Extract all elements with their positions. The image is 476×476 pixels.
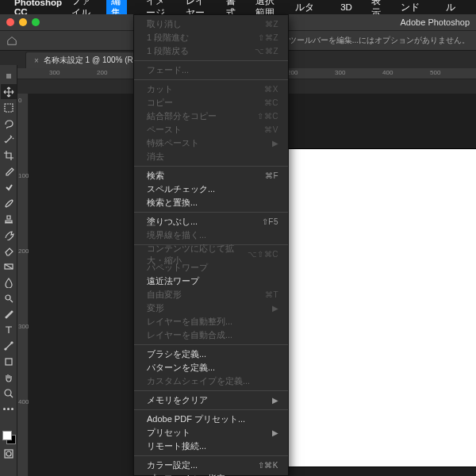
menu-separator [134, 455, 288, 456]
menu-item-label: レイヤーを自動合成... [147, 329, 232, 341]
menu-item-カラー設定[interactable]: カラー設定...⇧⌘K [134, 459, 288, 472]
menu-item-label: スペルチェック... [147, 183, 215, 195]
menu-item-label: 境界線を描く... [147, 229, 206, 241]
menu-item-検索[interactable]: 検索⌘F [134, 169, 288, 182]
tools-panel [0, 65, 17, 476]
menu-item-カット: カット⌘X [134, 83, 288, 96]
artboard[interactable] [274, 149, 476, 466]
menu-item-スペルチェック[interactable]: スペルチェック... [134, 182, 288, 196]
tool-hand[interactable] [1, 370, 17, 385]
submenu-arrow-icon: ▶ [272, 139, 279, 148]
menu-item-遠近法ワープ[interactable]: 遠近法ワープ [134, 274, 288, 288]
tool-marquee[interactable] [1, 100, 17, 115]
menu-item-特殊ペースト: 特殊ペースト▶ [134, 136, 288, 150]
menu-item-プリセット[interactable]: プリセット▶ [134, 426, 288, 440]
menu-shortcut: ⇧⌘C [257, 112, 278, 121]
menu-item-label: ペースト [147, 124, 182, 136]
menu-item-label: プリセット [147, 427, 190, 439]
menu-item-ペースト: ペースト⌘V [134, 123, 288, 136]
menu-item-label: カスタムシェイプを定義... [147, 375, 250, 387]
menu-shortcut: ⌘T [265, 290, 278, 299]
zoom-window-button[interactable] [32, 18, 40, 26]
tool-rect[interactable] [1, 354, 17, 369]
submenu-arrow-icon: ▶ [272, 304, 279, 313]
menu-item-変形: 変形▶ [134, 301, 288, 315]
quickmask-icon[interactable] [1, 446, 17, 461]
menu-item-label: 変形 [147, 302, 164, 314]
tool-stamp[interactable] [1, 211, 17, 226]
menu-item-label: 自由変形 [147, 289, 182, 301]
menu-item-検索と置換[interactable]: 検索と置換... [134, 196, 288, 209]
menu-item-label: メモリをクリア [147, 394, 208, 406]
tool-pen[interactable] [1, 306, 17, 321]
tool-zoom[interactable] [1, 386, 17, 401]
menu-item-label: 検索と置換... [147, 197, 198, 209]
tool-more[interactable] [1, 401, 17, 416]
menu-item-塗りつぶし[interactable]: 塗りつぶし...⇧F5 [134, 215, 288, 228]
tool-lasso[interactable] [1, 116, 17, 131]
menu-shortcut: ⌥⇧⌘C [248, 250, 278, 259]
svg-point-8 [6, 451, 11, 456]
menu-item-label: 1 段階戻る [147, 45, 189, 57]
color-swatches[interactable] [1, 429, 17, 445]
menu-item-プロファイルの指定[interactable]: プロファイルの指定... [134, 472, 288, 476]
svg-point-6 [5, 390, 11, 396]
tool-eraser[interactable] [1, 243, 17, 258]
svg-rect-5 [6, 359, 12, 365]
tool-history[interactable] [1, 227, 17, 242]
menu-separator [134, 166, 288, 167]
menu-3D[interactable]: 3D [340, 2, 352, 12]
menu-item-label: 塗りつぶし... [147, 216, 198, 228]
tool-brush[interactable] [1, 195, 17, 210]
menu-item-フェード: フェード... [134, 63, 288, 77]
menu-item-label: リモート接続... [147, 440, 206, 452]
menu-item-label: ブラシを定義... [147, 348, 206, 360]
window-title: Adobe Photoshop [401, 17, 470, 27]
options-message: ツールバーを編集...にはオプションがありません。 [289, 35, 470, 46]
menu-item-label: フェード... [147, 64, 189, 76]
close-window-button[interactable] [6, 18, 14, 26]
tool-type[interactable] [1, 322, 17, 337]
home-icon[interactable] [6, 35, 17, 46]
minimize-window-button[interactable] [19, 18, 27, 26]
tool-wand[interactable] [1, 132, 17, 147]
menu-item-ブラシを定義[interactable]: ブラシを定義... [134, 347, 288, 361]
menu-item-label: 1 段階進む [147, 32, 189, 44]
menu-item-label: 消去 [147, 151, 164, 163]
svg-rect-0 [5, 104, 13, 112]
tools-grab-handle[interactable] [1, 68, 17, 83]
menu-item-label: 検索 [147, 170, 164, 182]
tool-blur[interactable] [1, 274, 17, 290]
menu-separator [134, 60, 288, 61]
menu-item-メモリをクリア[interactable]: メモリをクリア▶ [134, 393, 288, 407]
menu-item-結合部分をコピー: 結合部分をコピー⇧⌘C [134, 109, 288, 123]
menu-separator [134, 409, 288, 410]
menu-item-パターンを定義[interactable]: パターンを定義... [134, 361, 288, 374]
mac-menubar: Photoshop CC ファイル編集イメージレイヤー書式選択範囲フィルター3D… [0, 0, 476, 14]
menu-item-label: カラー設定... [147, 459, 198, 471]
menu-item-レイヤーを自動整列: レイヤーを自動整列... [134, 315, 288, 328]
menu-item-label: 特殊ペースト [147, 137, 199, 149]
menu-separator [134, 212, 288, 213]
close-tab-icon[interactable]: × [34, 56, 39, 65]
menu-item-レイヤーを自動合成: レイヤーを自動合成... [134, 328, 288, 342]
menu-shortcut: ⌘X [264, 85, 278, 94]
tool-dodge[interactable] [1, 290, 17, 305]
menu-shortcut: ⌘V [264, 125, 278, 134]
tool-move[interactable] [1, 84, 17, 99]
tool-heal[interactable] [1, 179, 17, 194]
tool-eyedrop[interactable] [1, 163, 17, 178]
menu-item-コンテンツに応じて拡大・縮小: コンテンツに応じて拡大・縮小⌥⇧⌘C [134, 248, 288, 261]
menu-item-label: レイヤーを自動整列... [147, 316, 232, 328]
menu-item-取り消し: 取り消し⌘Z [134, 17, 288, 31]
tool-crop[interactable] [1, 148, 17, 163]
menu-item-label: 遠近法ワープ [147, 275, 199, 287]
menu-item-1段階戻る: 1 段階戻る⌥⌘Z [134, 44, 288, 58]
tool-gradient[interactable] [1, 259, 17, 274]
menu-shortcut: ⌘C [264, 98, 278, 107]
ruler-vertical[interactable]: 0100200300400 [17, 94, 29, 476]
menu-item-リモート接続[interactable]: リモート接続... [134, 440, 288, 453]
menu-item-自由変形: 自由変形⌘T [134, 288, 288, 301]
tool-path[interactable] [1, 338, 17, 353]
menu-item-AdobePDFプリセット[interactable]: Adobe PDF プリセット... [134, 413, 288, 426]
